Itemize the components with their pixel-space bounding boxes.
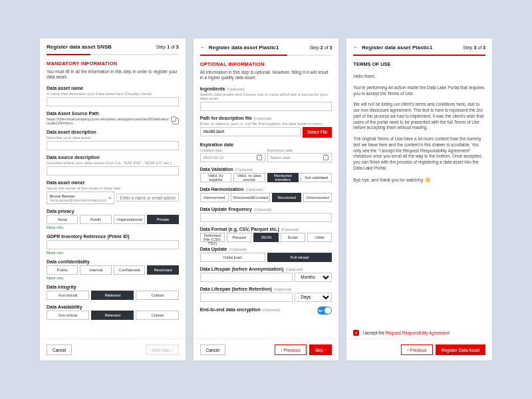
seg-harmonization: Harmonized Structured&Curated Structured…	[200, 193, 332, 202]
copy-icon[interactable]	[172, 118, 179, 124]
chip-remove-icon[interactable]: ×	[108, 196, 111, 200]
panel-header: ← Register data asset Plastic1 Step 2 of…	[194, 39, 339, 55]
progress-bar	[200, 55, 332, 56]
int-notcrit[interactable]: Not critical	[47, 291, 89, 300]
expiration-date-picker[interactable]: Select date	[267, 153, 332, 162]
hint-ingredients: Search data assets and choose one or mor…	[200, 92, 332, 100]
conf-more-info[interactable]: More info	[47, 276, 63, 280]
seg-avail: Not critical Relevant Critical	[47, 311, 179, 320]
av-critical[interactable]: Critical	[136, 311, 178, 320]
progress-bar	[47, 54, 179, 55]
conf-restricted[interactable]: Restricted	[147, 265, 178, 275]
page-title: Register data asset SNSB	[47, 44, 112, 50]
privacy-none[interactable]: None	[47, 215, 78, 224]
input-desc[interactable]	[47, 141, 179, 150]
conf-public[interactable]: Public	[47, 265, 78, 275]
select-life-ret-unit[interactable]: Days	[295, 293, 332, 302]
label-expiration: Expiration date	[200, 142, 332, 147]
wizard-step-3: ← Register data asset Plastic1 Step 3 of…	[346, 39, 492, 360]
section-heading: OPTIONAL INFORMATION	[200, 61, 332, 67]
calendar-icon	[323, 155, 329, 160]
int-critical[interactable]: Critical	[136, 291, 178, 300]
next-button[interactable]: Next step ›	[146, 344, 178, 355]
step-indicator: Step 1 of 3	[156, 45, 179, 49]
seg-privacy: None Public Organizational Private	[47, 215, 179, 224]
input-owner[interactable]	[116, 194, 179, 201]
fmt-json[interactable]: JSON	[253, 233, 278, 242]
accept-link[interactable]: Request Responsibility Agreement	[386, 331, 450, 335]
select-life-anon-unit[interactable]: Months	[295, 273, 332, 282]
cancel-button[interactable]: Cancel	[47, 344, 72, 355]
input-descfile[interactable]	[200, 127, 301, 136]
label-src: Data source description	[47, 155, 179, 160]
av-notcrit[interactable]: Not critical	[47, 311, 89, 320]
label-name: Data asset name	[47, 86, 179, 90]
hint-descfile: Enter or select a .json or .md file that…	[200, 122, 332, 126]
label-integrity: Data Integrity	[47, 285, 179, 289]
harm-harmonized[interactable]: Harmonized	[200, 193, 229, 202]
created-date: 2020-03-12	[200, 153, 265, 162]
label-lifespan-anon: Data Lifespan (before Anonymization)(Opt…	[200, 267, 332, 271]
input-life-ret[interactable]	[200, 293, 293, 302]
upd-delta[interactable]: Delta load	[200, 253, 265, 262]
label-harmonization: Data Harmonization(Optional)	[200, 187, 332, 192]
fmt-parquet[interactable]: Parquet	[227, 233, 251, 242]
section-intro: You must fill in all the information in …	[47, 69, 179, 80]
terms-greeting: Hello there,	[353, 74, 485, 80]
input-frequency[interactable]	[200, 213, 332, 222]
select-file-button[interactable]: Select File	[303, 127, 332, 138]
owner-chip-email: bruce.banner@chemicalcompany.com	[50, 198, 106, 202]
val-monitored[interactable]: Monitored transfers	[267, 173, 299, 182]
val-not[interactable]: Not validated	[301, 173, 332, 182]
harm-unstructured[interactable]: Unstructured	[303, 193, 332, 202]
input-name[interactable]	[47, 97, 179, 106]
previous-button[interactable]: ‹ Previous	[401, 344, 432, 355]
privacy-org[interactable]: Organizational	[114, 215, 145, 224]
input-life-anon[interactable]	[200, 273, 293, 282]
progress-bar	[353, 55, 485, 56]
terms-p1: You're performing an action inside the D…	[353, 85, 485, 97]
hint-owner: Name the owner of this asset in Data lak…	[47, 186, 179, 190]
wizard-step-1: Register data asset SNSB Step 1 of 3 MAN…	[40, 39, 186, 360]
privacy-public[interactable]: Public	[80, 215, 111, 224]
upd-full[interactable]: Full reload	[267, 253, 332, 262]
panel-header: ← Register data asset Plastic1 Step 3 of…	[346, 39, 492, 55]
cancel-button[interactable]: Cancel	[200, 344, 225, 355]
gdpr-more-info[interactable]: More info	[47, 251, 63, 255]
hint-src: Describe where your data comes from (i.e…	[47, 161, 179, 165]
label-lifespan-ret: Data Lifespan (before Retention)(Optiona…	[200, 287, 332, 291]
path-text: https://chemicalcompany.core.windows.net…	[47, 117, 170, 125]
harm-curated[interactable]: Structured&Curated	[231, 193, 270, 202]
privacy-more-info[interactable]: More info	[47, 225, 63, 229]
av-relevant[interactable]: Relevant	[91, 311, 134, 320]
wave-icon: 👋	[424, 177, 431, 183]
previous-button[interactable]: ‹ Previous	[275, 344, 306, 355]
label-frequency: Data Update Frequency(Optional)	[200, 207, 332, 211]
harm-structured[interactable]: Structured	[272, 193, 301, 202]
accept-row: ✓ I accept the Request Responsibility Ag…	[346, 330, 492, 338]
label-desc: Data asset description	[47, 130, 179, 134]
back-arrow-icon[interactable]: ←	[353, 44, 359, 51]
skip-button[interactable]: Skip ›	[309, 344, 332, 355]
val-source[interactable]: Valid. vs data source	[233, 173, 265, 182]
privacy-private[interactable]: Private	[147, 215, 178, 224]
fmt-excel[interactable]: Excel	[281, 233, 305, 242]
conf-confidential[interactable]: Confidential	[114, 265, 145, 275]
input-ingredients[interactable]	[200, 102, 332, 111]
int-relevant[interactable]: Relevant	[91, 291, 134, 300]
val-experts[interactable]: Valid. by experts	[200, 173, 231, 182]
register-button[interactable]: Register Data Asset	[436, 344, 485, 355]
page-title: Register data asset Plastic1	[209, 45, 279, 51]
fmt-csv[interactable]: Delimited File (CSV, TSV)	[200, 233, 225, 242]
conf-internal[interactable]: Internal	[80, 265, 111, 275]
label-privacy: Data privacy	[47, 209, 179, 213]
input-src[interactable]	[47, 166, 179, 176]
input-gdpr[interactable]	[47, 240, 179, 249]
terms-p3: The original Terms of Use have a lot mor…	[353, 136, 485, 172]
accept-checkbox[interactable]: ✓	[353, 330, 359, 336]
fmt-other[interactable]: Other	[307, 233, 332, 242]
back-arrow-icon[interactable]: ←	[200, 44, 206, 51]
page-title: Register data asset Plastic1	[362, 45, 432, 51]
label-owner: Data asset owner	[47, 180, 179, 185]
terms-p4: Bye bye, and thank you for watching 👋	[353, 177, 485, 184]
